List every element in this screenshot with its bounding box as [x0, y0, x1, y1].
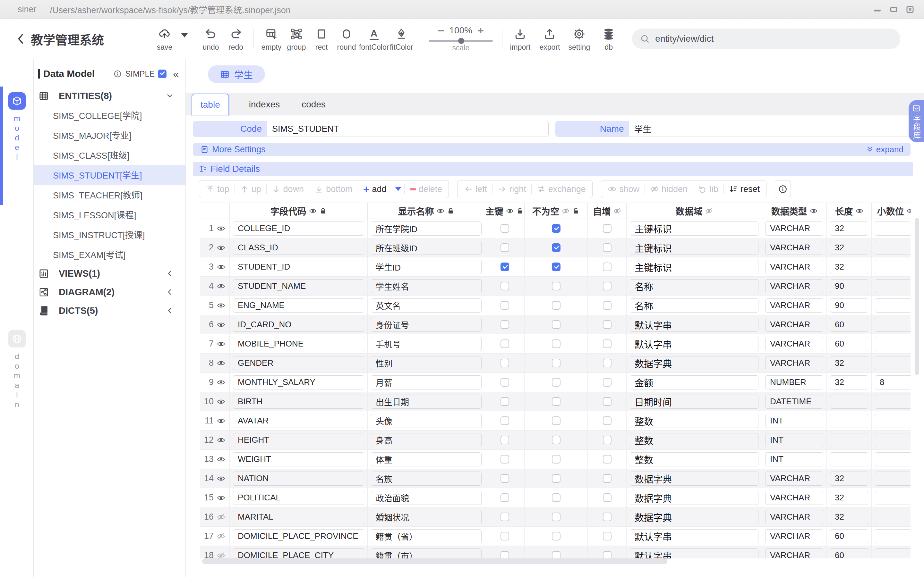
checkbox[interactable] [552, 551, 561, 558]
tab-indexes[interactable]: indexes [246, 99, 283, 110]
zoom-out-button[interactable]: − [438, 26, 444, 35]
eye-icon[interactable] [217, 282, 225, 290]
right-button[interactable]: right [493, 184, 531, 194]
redo-button[interactable]: redo [223, 26, 248, 52]
eye-off-icon[interactable] [217, 551, 225, 559]
import-button[interactable]: import [507, 26, 533, 52]
scale-slider[interactable] [429, 40, 493, 42]
lock-icon[interactable] [447, 207, 455, 215]
eyeoff-icon[interactable] [705, 207, 713, 215]
chevron-left-icon[interactable] [166, 288, 174, 296]
db-button[interactable]: db [596, 26, 621, 52]
eye-icon[interactable] [309, 207, 317, 215]
eye-icon[interactable] [217, 455, 225, 464]
sidebar-item-sims_college[interactable]: SIMS_COLLEGE[学院] [34, 105, 186, 125]
entity-tab-student[interactable]: 学生 [208, 65, 265, 83]
checkbox[interactable] [552, 243, 561, 252]
fitColor-button[interactable]: fitColor [389, 26, 414, 52]
sidebar-item-sims_class[interactable]: SIMS_CLASS[班级] [34, 145, 186, 165]
reset-button[interactable]: reset [724, 184, 765, 194]
top-button[interactable]: top [200, 184, 234, 194]
checkbox[interactable] [501, 359, 509, 367]
eye-icon[interactable] [217, 301, 225, 309]
checkbox[interactable] [603, 397, 612, 406]
checkbox[interactable] [603, 301, 612, 309]
vertical-scrollbar[interactable] [915, 218, 919, 375]
checkbox[interactable] [552, 263, 561, 271]
sidebar-section-dicts-5[interactable]: DICTS(5) [34, 301, 186, 320]
export-button[interactable]: export [537, 26, 562, 52]
undo-button[interactable]: undo [198, 26, 223, 52]
name-input[interactable]: 学生 [629, 121, 911, 137]
tab-table[interactable]: table [192, 93, 229, 115]
checkbox[interactable] [603, 263, 612, 271]
save-button[interactable]: save [152, 26, 188, 52]
field-library-tab[interactable]: 字段库 [909, 100, 924, 142]
checkbox[interactable] [552, 282, 561, 290]
eye-icon[interactable] [217, 494, 225, 502]
checkbox[interactable] [552, 532, 561, 540]
checkbox[interactable] [603, 455, 612, 464]
add-options-caret-icon[interactable] [395, 187, 401, 191]
sidebar-item-sims_exam[interactable]: SIMS_EXAM[考试] [34, 244, 186, 264]
checkbox[interactable] [501, 436, 509, 444]
checkbox[interactable] [603, 359, 612, 367]
eye-icon[interactable] [217, 263, 225, 271]
add-button[interactable]: +add [358, 184, 392, 194]
checkbox[interactable] [603, 416, 612, 425]
search-box[interactable] [632, 29, 900, 49]
eye-icon[interactable] [217, 436, 225, 444]
checkbox[interactable] [501, 224, 509, 233]
sidebar-item-sims_teacher[interactable]: SIMS_TEACHER[教师] [34, 185, 186, 205]
code-input[interactable]: SIMS_STUDENT [267, 121, 549, 137]
checkbox[interactable] [501, 263, 509, 271]
checkbox[interactable] [501, 320, 509, 329]
collapse-sidebar-icon[interactable]: « [173, 69, 179, 79]
checkbox[interactable] [552, 397, 561, 406]
checkbox[interactable] [552, 378, 561, 387]
sidebar-section-entities-8[interactable]: ENTITIES(8) [34, 87, 186, 105]
checkbox[interactable] [603, 551, 612, 558]
more-settings-bar[interactable]: More Settings expand [193, 143, 911, 156]
checkbox[interactable] [603, 378, 612, 387]
checkbox[interactable] [552, 455, 561, 464]
eye-off-icon[interactable] [217, 513, 225, 521]
checkbox[interactable] [552, 320, 561, 329]
expand-button[interactable]: expand [866, 145, 903, 155]
zoom-in-button[interactable]: + [477, 26, 484, 35]
checkbox[interactable] [552, 513, 561, 521]
eye-icon[interactable] [217, 417, 225, 425]
unlock-icon[interactable] [572, 207, 580, 215]
down-button[interactable]: down [267, 184, 309, 194]
unlock-icon[interactable] [516, 207, 524, 215]
eye-icon[interactable] [217, 321, 225, 329]
info-button[interactable] [775, 180, 791, 198]
sidebar-item-sims_major[interactable]: SIMS_MAJOR[专业] [34, 125, 186, 145]
eye-icon[interactable] [506, 207, 514, 215]
rail-item-domain[interactable]: domain [0, 330, 34, 410]
checkbox[interactable] [552, 474, 561, 483]
eyeoff-icon[interactable] [562, 207, 569, 215]
group-button[interactable]: group [284, 26, 309, 52]
delete-button[interactable]: delete [405, 184, 447, 194]
checkbox[interactable] [552, 301, 561, 309]
checkbox[interactable] [603, 436, 612, 444]
up-button[interactable]: up [235, 184, 266, 194]
minimize-icon[interactable] [873, 5, 882, 14]
eye-icon[interactable] [217, 224, 225, 233]
exchange-button[interactable]: exchange [531, 184, 591, 194]
rect-button[interactable]: rect [309, 26, 334, 52]
eye-icon[interactable] [217, 398, 225, 406]
checkbox[interactable] [501, 378, 509, 387]
horizontal-scrollbar[interactable] [202, 558, 667, 564]
eye-icon[interactable] [856, 207, 863, 215]
chevron-left-icon[interactable] [166, 306, 174, 315]
eye-icon[interactable] [437, 207, 444, 215]
checkbox[interactable] [552, 359, 561, 367]
checkbox[interactable] [501, 243, 509, 252]
setting-button[interactable]: setting [567, 26, 591, 52]
checkbox[interactable] [552, 436, 561, 444]
eye-icon[interactable] [217, 340, 225, 348]
checkbox[interactable] [501, 551, 509, 558]
eye-icon[interactable] [810, 207, 817, 215]
